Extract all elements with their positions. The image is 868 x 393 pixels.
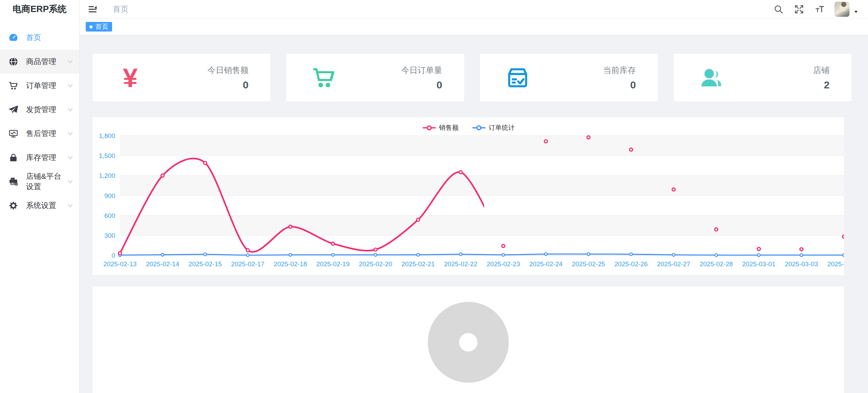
- sidebar-item-aftersales[interactable]: 售后管理: [0, 122, 79, 146]
- sales-point: [289, 225, 292, 228]
- orders-point: [630, 253, 632, 256]
- orders-point: [758, 254, 760, 257]
- monitor-icon: [8, 128, 19, 139]
- orders-point: [544, 253, 547, 256]
- header-actions: [764, 2, 858, 17]
- empty-pie-placeholder: [428, 302, 509, 383]
- font-size-icon[interactable]: [814, 3, 825, 15]
- x-tick-label: 2025-02-19: [316, 260, 350, 268]
- sidebar-item-inventory[interactable]: 库存管理: [0, 146, 79, 170]
- sales-point: [629, 148, 632, 151]
- category-pie-card: [93, 286, 844, 393]
- sidebar-item-home[interactable]: 首页: [0, 26, 79, 50]
- lock-icon: [8, 152, 19, 163]
- orders-point: [587, 253, 590, 256]
- fullscreen-icon[interactable]: [793, 3, 805, 15]
- main-content: ¥今日销售额0今日订单量0当前库存0店铺2 销售额订单统计 0300600900…: [79, 35, 868, 393]
- caret-down-icon[interactable]: [854, 9, 858, 14]
- sidebar-menu: 首页商品管理订单管理发货管理售后管理库存管理店铺&平台设置系统设置: [0, 26, 79, 218]
- send-icon: [8, 105, 19, 115]
- stat-card-shops: 店铺2: [674, 54, 852, 101]
- sidebar-item-orders[interactable]: 订单管理: [0, 74, 79, 98]
- y-tick-label: 1,500: [99, 152, 115, 159]
- sales-orders-chart-svg: 03006009001,2001,5001,8002025-02-132025-…: [93, 117, 844, 275]
- sidebar-item-label: 库存管理: [26, 152, 56, 163]
- app: 电商ERP系统 首页商品管理订单管理发货管理售后管理库存管理店铺&平台设置系统设…: [0, 0, 868, 393]
- x-tick-label: 2025-02-18: [274, 260, 307, 268]
- stat-card-label: 当前库存: [603, 65, 636, 76]
- app-title: 电商ERP系统: [0, 0, 79, 18]
- search-icon[interactable]: [773, 3, 784, 15]
- gear-icon: [8, 200, 19, 211]
- tabs-bar: 首页: [79, 19, 868, 35]
- x-tick-label: 2025-02-27: [657, 260, 690, 268]
- orders-point: [417, 253, 420, 256]
- y-tick-label: 300: [104, 232, 115, 239]
- chevron-down-icon: [67, 82, 74, 89]
- sales-point: [757, 247, 760, 250]
- sales-orders-chart-card: 销售额订单统计 03006009001,2001,5001,8002025-02…: [93, 117, 844, 275]
- sales-point: [672, 188, 675, 191]
- stat-card-today-sales: ¥今日销售额0: [93, 54, 270, 101]
- stat-card-today-orders: 今日订单量0: [286, 54, 464, 101]
- sidebar-item-label: 首页: [26, 33, 41, 43]
- sales-point: [800, 248, 803, 251]
- sales-point: [161, 174, 164, 177]
- orders-point: [672, 254, 675, 256]
- split-band: [120, 216, 844, 235]
- tab-home-label: 首页: [95, 22, 108, 31]
- sidebar-item-label: 售后管理: [26, 128, 56, 139]
- sidebar-item-label: 订单管理: [26, 81, 56, 91]
- sales-point: [544, 140, 547, 143]
- y-tick-label: 1,200: [99, 172, 115, 179]
- stat-card-label: 店铺: [813, 65, 830, 76]
- sidebar-item-shipping[interactable]: 发货管理: [0, 98, 79, 122]
- split-band: [120, 136, 844, 156]
- x-tick-label: 2025-02-23: [487, 260, 520, 268]
- chevron-down-icon: [67, 154, 74, 161]
- sales-point: [587, 136, 590, 139]
- sales-point: [374, 248, 377, 251]
- active-tab-dot-icon: [89, 25, 93, 28]
- sales-point: [119, 252, 122, 255]
- x-tick-label: 2025-02-13: [103, 260, 136, 268]
- chevron-down-icon: [67, 178, 74, 185]
- orders-point: [331, 254, 334, 256]
- sidebar-item-system-settings[interactable]: 系统设置: [0, 194, 79, 218]
- sidebar-fold-icon[interactable]: [87, 3, 98, 15]
- stat-cards-row: ¥今日销售额0今日订单量0当前库存0店铺2: [93, 54, 868, 101]
- avatar[interactable]: [834, 2, 849, 17]
- header: 首页: [79, 0, 868, 19]
- stat-card-value: 2: [813, 79, 830, 91]
- legend-marker-icon: [422, 124, 436, 131]
- chevron-down-icon: [67, 58, 74, 65]
- sidebar-item-label: 商品管理: [26, 57, 56, 67]
- sidebar-item-products[interactable]: 商品管理: [0, 50, 79, 74]
- breadcrumb[interactable]: 首页: [113, 4, 129, 14]
- sales-point: [502, 244, 505, 247]
- sales-point: [331, 242, 335, 245]
- orders-point: [459, 253, 462, 256]
- sidebar: 电商ERP系统 首页商品管理订单管理发货管理售后管理库存管理店铺&平台设置系统设…: [0, 0, 80, 393]
- sales-point: [715, 228, 718, 231]
- sales-point: [843, 235, 844, 238]
- x-tick-label: 2025-02-25: [572, 260, 605, 268]
- chevron-down-icon: [67, 202, 74, 209]
- x-tick-label: 2025-02-22: [444, 260, 477, 268]
- split-band: [120, 156, 844, 175]
- x-tick-label: 2025-02-15: [189, 260, 222, 268]
- legend-item-orders[interactable]: 订单统计: [472, 123, 515, 132]
- orders-point: [204, 253, 206, 256]
- sidebar-item-shop-platform-settings[interactable]: 店铺&平台设置: [0, 170, 79, 194]
- yen-icon: ¥: [114, 64, 147, 91]
- legend-item-sales[interactable]: 销售额: [422, 123, 459, 132]
- legend-label: 销售额: [439, 123, 459, 132]
- y-tick-label: 600: [104, 212, 115, 219]
- orders-point: [715, 254, 718, 257]
- x-tick-label: 2025-02-21: [401, 260, 435, 268]
- tab-home[interactable]: 首页: [86, 22, 112, 32]
- split-band: [120, 175, 844, 195]
- sales-orders-chart: 03006009001,2001,5001,8002025-02-132025-…: [93, 117, 844, 275]
- x-tick-label: 2025-02-17: [231, 260, 264, 268]
- cart-filled-icon: [308, 65, 340, 91]
